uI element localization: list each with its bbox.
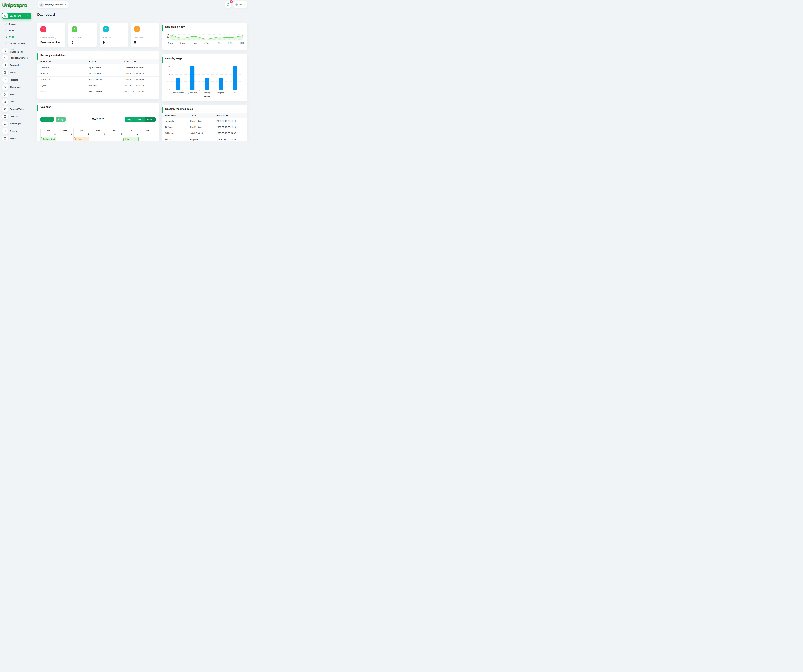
card-title: Recently created deals <box>37 51 159 59</box>
table-cell: Proposal <box>187 136 213 141</box>
home-icon <box>41 26 46 32</box>
chevron-right-icon <box>28 93 30 96</box>
card-title: Deals by stage <box>162 54 247 62</box>
calendar-event[interactable]: Hi-Veil <box>124 137 138 141</box>
accent-bar <box>37 54 38 60</box>
sidebar-item-messenger[interactable]: Messenger <box>0 120 33 128</box>
calendar-day-header: Wed <box>90 129 106 133</box>
avatar <box>39 2 44 7</box>
table-cell: Whitecoat <box>37 76 86 83</box>
calendar-day-cell[interactable]: 6 <box>139 133 156 141</box>
svg-text:5: 5 <box>168 38 169 40</box>
language-selector[interactable]: EN <box>233 2 247 8</box>
sidebar-subitem-label: Support Tickets <box>9 42 25 44</box>
table-header-row: Deal Name Status Updated At <box>162 113 247 118</box>
company-selector[interactable]: Rajodiya infotech <box>38 2 68 8</box>
calendar-date-number: 6 <box>140 133 156 135</box>
sidebar-item-dashboard[interactable]: Dashboard <box>2 13 31 19</box>
sidebar-item-label: Proposal <box>10 64 19 66</box>
svg-text:Proposal: Proposal <box>218 92 224 94</box>
clock-icon <box>2 84 8 90</box>
calendar-prev-button[interactable] <box>41 117 47 122</box>
sidebar-item-proposal[interactable]: Proposal <box>0 62 33 69</box>
headset-icon <box>2 107 8 112</box>
calendar-day-cell[interactable]: 5Hi-Veil <box>123 133 139 141</box>
tag-icon <box>134 26 140 32</box>
calendar-event[interactable]: Geraldine Burt <box>41 137 56 141</box>
svg-text:1.3: 1.3 <box>167 73 170 75</box>
table-cell: Tailwinds <box>37 64 86 70</box>
calendar-today-button[interactable]: Today <box>55 117 66 122</box>
table-row: WhitecoatInitial Contact2023-05-16 09:34… <box>162 130 247 136</box>
chevron-right-icon <box>50 118 52 120</box>
calendar-day-cell[interactable]: 2Hi-Flow <box>73 133 90 141</box>
table-cell: Tailwinds <box>162 118 187 124</box>
calendar-view-day-button[interactable]: Day <box>125 117 134 122</box>
sidebar-item-support-ticket[interactable]: Support Ticket <box>0 106 33 113</box>
calendar-next-button[interactable] <box>47 117 54 122</box>
sidebar-item-notes[interactable]: Notes <box>0 135 33 141</box>
sidebar-subitem-crm[interactable]: CRM <box>0 34 33 40</box>
sidebar-item-timesheets[interactable]: Timesheets <box>0 83 33 91</box>
table-cell: Qualification <box>86 70 121 76</box>
svg-text:Platform: Platform <box>203 96 211 97</box>
sidebar-menu: User ManagementProduct & ServiceProposal… <box>0 47 33 141</box>
sidebar-subitem-label: HRM <box>9 29 14 32</box>
svg-text:0.7: 0.7 <box>167 80 170 82</box>
table-cell: 2022-12-09 12:02:13 <box>121 83 159 89</box>
user-icon <box>72 26 77 32</box>
table-cell: Initial Contact <box>86 76 121 83</box>
table-cell: Qualification <box>187 118 213 124</box>
svg-text:2.0: 2.0 <box>167 65 170 67</box>
accent-bar <box>162 57 163 63</box>
messages-button[interactable]: 0 <box>225 2 231 8</box>
calendar-day-cell[interactable]: 1 <box>57 133 73 141</box>
chart-body: 1510516-May15-May14-May13-May12-May11-Ma… <box>162 31 247 47</box>
sidebar-item-hrm[interactable]: HRM <box>0 91 33 98</box>
sidebar-subitem-hrm[interactable]: HRM <box>0 28 33 34</box>
hrm-icon <box>2 92 8 97</box>
sidebar-item-crm[interactable]: CRM <box>0 98 33 106</box>
message-badge: 0 <box>230 0 233 3</box>
table-cell: 2023-05-16 06:11:04 <box>213 118 247 124</box>
circle-dot-icon <box>5 23 7 25</box>
sidebar-item-user-management[interactable]: User Management <box>0 47 33 54</box>
sidebar-item-label: Invoice <box>10 71 17 74</box>
svg-text:13-May: 13-May <box>203 42 209 44</box>
sidebar-item-label: Assets <box>10 130 17 132</box>
sidebar-item-label: Support Ticket <box>10 108 24 110</box>
column-header: Created At <box>121 59 159 64</box>
calendar-day-cell[interactable]: 3 <box>90 133 106 141</box>
sidebar-item-assets[interactable]: Assets <box>0 128 33 135</box>
sidebar-item-projects[interactable]: Projects <box>0 76 33 83</box>
table-cell: Hybrid <box>162 136 187 141</box>
calendar-day-cell[interactable]: 4 <box>106 133 123 141</box>
svg-text:0.0: 0.0 <box>167 89 170 91</box>
sidebar-item-product-service[interactable]: Product & Service <box>0 54 33 62</box>
crm-icon <box>2 99 8 104</box>
circle-dot-icon <box>5 42 7 44</box>
calendar-day-header: Thu <box>106 129 123 133</box>
table-cell: 2022-12-09 12:01:35 <box>121 70 159 76</box>
table-cell: Qualification <box>86 64 121 70</box>
stat-label: Total User <box>103 36 125 39</box>
column-header: Status <box>187 113 213 118</box>
sidebar-item-invoice[interactable]: Invoice <box>0 69 33 76</box>
sidebar-item-contract[interactable]: Contract <box>0 113 33 120</box>
stats-row: Good Afternoon, Rajodiya infotech Total … <box>37 23 159 47</box>
table-row: RefocusQualification2022-12-09 12:01:35 <box>37 70 159 76</box>
assets-icon <box>2 128 8 134</box>
sidebar-subitem-project[interactable]: Project <box>0 21 33 28</box>
calendar-day-cell[interactable]: 30Geraldine Burt <box>41 133 57 141</box>
calendar-view-month-button[interactable]: Month <box>145 117 156 122</box>
card-title: Recently modified deals <box>162 105 247 112</box>
chart-body: 2.01.30.70.0Initial ContactQualification… <box>162 62 247 99</box>
calendar-view-week-button[interactable]: Week <box>134 117 145 122</box>
accent-bar <box>162 107 163 113</box>
users-icon <box>103 26 109 32</box>
sidebar-subitem-support-tickets[interactable]: Support Tickets <box>0 40 33 47</box>
calendar-event[interactable]: Hi-Flow <box>74 137 89 141</box>
chevron-right-icon <box>28 101 30 103</box>
calendar-date-number: 3 <box>90 133 106 135</box>
table-cell: 2023-05-16 06:08:22 <box>121 89 159 95</box>
